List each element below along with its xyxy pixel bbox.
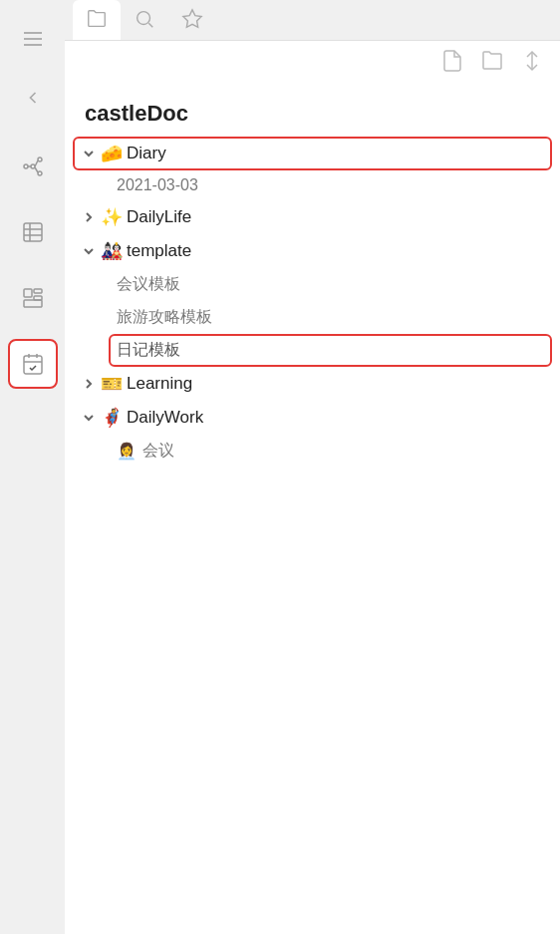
leaf-diary-template[interactable]: 日记模板	[109, 334, 552, 367]
chevron-dailylife[interactable]	[81, 209, 97, 225]
emoji-learning: 🎫	[101, 373, 123, 395]
main-panel: castleDoc 🧀 Diary 2021-03-03 ✨ D	[65, 0, 560, 934]
tree-row-dailylife[interactable]: ✨ DailyLife	[73, 200, 552, 234]
children-template: 会议模板 旅游攻略模板 日记模板	[73, 268, 552, 367]
sidebar-template-icon[interactable]	[8, 273, 58, 323]
svg-rect-12	[34, 289, 42, 293]
tree-row-learning[interactable]: 🎫 Learning	[73, 367, 552, 401]
tab-search[interactable]	[121, 0, 168, 40]
chevron-diary[interactable]	[81, 146, 97, 161]
new-file-button[interactable]	[440, 49, 464, 73]
svg-marker-21	[183, 10, 201, 27]
sidebar	[0, 0, 65, 934]
chevron-dailywork[interactable]	[81, 410, 97, 426]
tree-item-template: 🎎 template 会议模板 旅游攻略模板 日记模板	[73, 234, 552, 367]
tab-files[interactable]	[73, 0, 121, 40]
svg-rect-14	[24, 300, 42, 307]
leaf-diary-date[interactable]: 2021-03-03	[109, 170, 552, 200]
label-meeting: 会议	[142, 441, 174, 462]
svg-line-5	[35, 160, 38, 166]
svg-point-19	[138, 12, 150, 25]
tree-row-dailywork[interactable]: 🦸 DailyWork	[73, 401, 552, 435]
tree-row-template[interactable]: 🎎 template	[73, 234, 552, 268]
tree-item-diary: 🧀 Diary 2021-03-03	[73, 137, 552, 200]
tab-bookmarks[interactable]	[168, 0, 216, 40]
tree-view: 🧀 Diary 2021-03-03 ✨ DailyLife	[65, 137, 560, 934]
sidebar-calendar-icon[interactable]	[8, 339, 58, 389]
sidebar-table-icon[interactable]	[8, 207, 58, 257]
svg-rect-11	[24, 289, 32, 297]
sidebar-graph-icon[interactable]	[8, 142, 58, 191]
emoji-template: 🎎	[101, 240, 123, 262]
svg-line-6	[35, 167, 38, 172]
chevron-template[interactable]	[81, 243, 97, 259]
label-dailylife: DailyLife	[127, 207, 191, 227]
emoji-meeting: 👩‍💼	[117, 442, 137, 461]
chevron-learning[interactable]	[81, 376, 97, 392]
tree-item-dailywork: 🦸 DailyWork 👩‍💼 会议	[73, 401, 552, 467]
children-diary: 2021-03-03	[73, 170, 552, 200]
emoji-diary: 🧀	[101, 143, 123, 164]
svg-rect-15	[24, 356, 42, 374]
tree-row-diary[interactable]: 🧀 Diary	[73, 137, 552, 170]
workspace-title: castleDoc	[65, 81, 560, 137]
new-folder-button[interactable]	[480, 49, 504, 73]
header-actions	[65, 41, 560, 81]
emoji-dailywork: 🦸	[101, 407, 123, 429]
svg-rect-7	[24, 223, 42, 241]
leaf-meeting-template[interactable]: 会议模板	[109, 268, 552, 301]
leaf-travel-template[interactable]: 旅游攻略模板	[109, 301, 552, 334]
label-dailywork: DailyWork	[127, 408, 203, 428]
label-template: template	[127, 241, 191, 261]
leaf-meeting[interactable]: 👩‍💼 会议	[109, 435, 552, 467]
back-button[interactable]	[8, 78, 58, 118]
tree-item-learning: 🎫 Learning	[73, 367, 552, 401]
emoji-dailylife: ✨	[101, 206, 123, 228]
label-diary: Diary	[127, 144, 166, 163]
tree-item-dailylife: ✨ DailyLife	[73, 200, 552, 234]
svg-line-20	[148, 23, 152, 27]
sidebar-icon-files[interactable]	[8, 14, 58, 64]
children-dailywork: 👩‍💼 会议	[73, 435, 552, 467]
label-learning: Learning	[127, 374, 192, 394]
svg-point-0	[24, 164, 28, 168]
sort-button[interactable]	[520, 49, 544, 73]
